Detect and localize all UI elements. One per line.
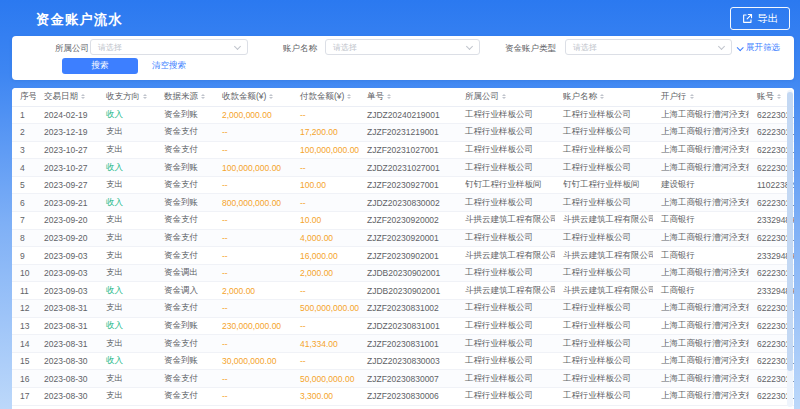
sort-caret-icon[interactable] [502, 92, 506, 101]
direction-cell: 支出 [98, 176, 156, 194]
row-index-cell: 9 [12, 247, 36, 265]
flow-table-card: 序号交易日期收支方向数据来源收款金额(¥)付款金额(¥)单号所属公司账户名称开户… [12, 88, 794, 409]
company-filter-label: 所属公司 [55, 43, 89, 55]
table-row: 42023-10-27收入资金到账100,000,000.00--ZJDZ202… [12, 159, 794, 177]
direction-cell: 收入 [98, 352, 156, 370]
column-header-label: 序号 [20, 91, 36, 103]
sort-caret-icon[interactable] [690, 92, 694, 101]
data-source-cell: 资金到账 [156, 106, 214, 124]
column-header-3[interactable]: 收支方向 [98, 88, 156, 106]
pay-amount-cell: 16,000.00 [292, 247, 359, 265]
pay-amount-cell: -- [292, 317, 359, 335]
table-row: 172023-08-30支出资金支付--3,300.00ZJZF20230830… [12, 388, 794, 406]
sort-caret-icon[interactable] [777, 92, 781, 101]
bank-branch-cell: 上海工商银行漕河泾支行 [653, 370, 749, 388]
sort-caret-icon[interactable] [347, 92, 351, 101]
sort-caret-icon[interactable] [269, 92, 273, 101]
receive-amount-cell: 100,000,000.00 [214, 159, 292, 177]
data-source-cell: 资金支付 [156, 176, 214, 194]
column-header-8[interactable]: 所属公司 [457, 88, 555, 106]
clear-search-button[interactable]: 清空搜索 [148, 58, 190, 74]
search-button[interactable]: 搜索 [62, 58, 138, 74]
vertical-scrollbar[interactable] [787, 90, 793, 407]
column-header-9[interactable]: 账户名称 [555, 88, 653, 106]
bank-branch-cell: 上海工商银行漕河泾支行 [653, 317, 749, 335]
account-name-select[interactable]: 请选择 [325, 39, 480, 55]
column-header-7[interactable]: 单号 [359, 88, 457, 106]
company-cell: 工程行业样板公司 [457, 352, 555, 370]
export-button[interactable]: 导出 [730, 7, 790, 30]
company-cell: 工程行业样板公司 [457, 317, 555, 335]
transaction-date-cell: 2023-08-31 [36, 335, 98, 353]
pay-amount-cell: 500,000,000.00 [292, 300, 359, 318]
account-name-cell: 工程行业样板公司 [555, 124, 653, 142]
column-header-label: 所属公司 [465, 91, 499, 103]
page-title: 资金账户流水 [36, 11, 123, 29]
column-header-10[interactable]: 开户行 [653, 88, 749, 106]
sort-caret-icon[interactable] [600, 92, 604, 101]
account-name-cell: 工程行业样板公司 [555, 335, 653, 353]
order-number-cell: ZJDB20230902001 [359, 264, 457, 282]
column-header-label: 账户名称 [563, 91, 597, 103]
column-header-2[interactable]: 交易日期 [36, 88, 98, 106]
order-number-cell: ZJDB20230902001 [359, 282, 457, 300]
scrollbar-thumb[interactable] [787, 92, 793, 371]
column-header-label: 收支方向 [106, 91, 140, 103]
direction-cell: 支出 [98, 229, 156, 247]
receive-amount-cell: -- [214, 300, 292, 318]
account-name-cell: 工程行业样板公司 [555, 106, 653, 124]
receive-amount-cell: -- [214, 370, 292, 388]
column-header-label: 付款金额(¥) [300, 91, 344, 103]
expand-filters-link[interactable]: 展开筛选 [737, 42, 780, 54]
sort-caret-icon[interactable] [81, 92, 85, 101]
export-button-label: 导出 [757, 12, 778, 26]
export-icon [742, 13, 753, 24]
direction-cell: 支出 [98, 141, 156, 159]
pay-amount-cell: 3,300.00 [292, 388, 359, 406]
table-row: 32023-10-27支出资金支付--100,000,000.00ZJZF202… [12, 141, 794, 159]
pay-amount-cell: -- [292, 159, 359, 177]
table-row: 102023-09-03支出资金调出--2,000.00ZJDB20230902… [12, 264, 794, 282]
row-index-cell: 5 [12, 176, 36, 194]
direction-cell: 支出 [98, 335, 156, 353]
transaction-date-cell: 2023-08-30 [36, 352, 98, 370]
pay-amount-cell: -- [292, 106, 359, 124]
sort-caret-icon[interactable] [143, 92, 147, 101]
account-name-cell: 工程行业样板公司 [555, 159, 653, 177]
order-number-cell: ZJZF20230927001 [359, 176, 457, 194]
transaction-date-cell: 2023-09-20 [36, 212, 98, 230]
transaction-date-cell: 2024-02-19 [36, 106, 98, 124]
account-type-filter-label: 资金账户类型 [505, 43, 556, 55]
direction-cell: 支出 [98, 124, 156, 142]
sort-caret-icon[interactable] [201, 92, 205, 101]
company-select[interactable]: 请选择 [90, 39, 248, 55]
data-source-cell: 资金支付 [156, 124, 214, 142]
table-row: 52023-09-27支出资金支付--100.00ZJZF20230927001… [12, 176, 794, 194]
account-name-cell: 工程行业样板公司 [555, 194, 653, 212]
row-index-cell: 15 [12, 352, 36, 370]
receive-amount-cell: -- [214, 229, 292, 247]
direction-cell: 支出 [98, 370, 156, 388]
sort-caret-icon[interactable] [387, 92, 391, 101]
bank-branch-cell: 上海工商银行漕河泾支行 [653, 124, 749, 142]
column-header-6[interactable]: 付款金额(¥) [292, 88, 359, 106]
account-name-cell: 斗拱云建筑工程有限公司 [555, 247, 653, 265]
company-cell: 工程行业样板公司 [457, 141, 555, 159]
column-header-4[interactable]: 数据来源 [156, 88, 214, 106]
column-header-5[interactable]: 收款金额(¥) [214, 88, 292, 106]
filter-panel: 所属公司 请选择 账户名称 请选择 资金账户类型 请选择 展开筛选 搜索 清空搜… [12, 36, 794, 80]
direction-cell: 支出 [98, 212, 156, 230]
chevron-down-icon [466, 43, 473, 50]
order-number-cell: ZJZF20230831002 [359, 300, 457, 318]
column-header-label: 交易日期 [44, 91, 78, 103]
column-header-label: 开户行 [661, 91, 687, 103]
direction-cell: 收入 [98, 317, 156, 335]
account-type-select[interactable]: 请选择 [565, 39, 732, 55]
direction-cell: 收入 [98, 106, 156, 124]
account-name-cell: 斗拱云建筑工程有限公司 [555, 212, 653, 230]
receive-amount-cell: 230,000,000.00 [214, 317, 292, 335]
data-source-cell: 资金支付 [156, 370, 214, 388]
account-name-cell: 工程行业样板公司 [555, 317, 653, 335]
table-header-row: 序号交易日期收支方向数据来源收款金额(¥)付款金额(¥)单号所属公司账户名称开户… [12, 88, 794, 106]
transaction-date-cell: 2023-08-30 [36, 388, 98, 406]
